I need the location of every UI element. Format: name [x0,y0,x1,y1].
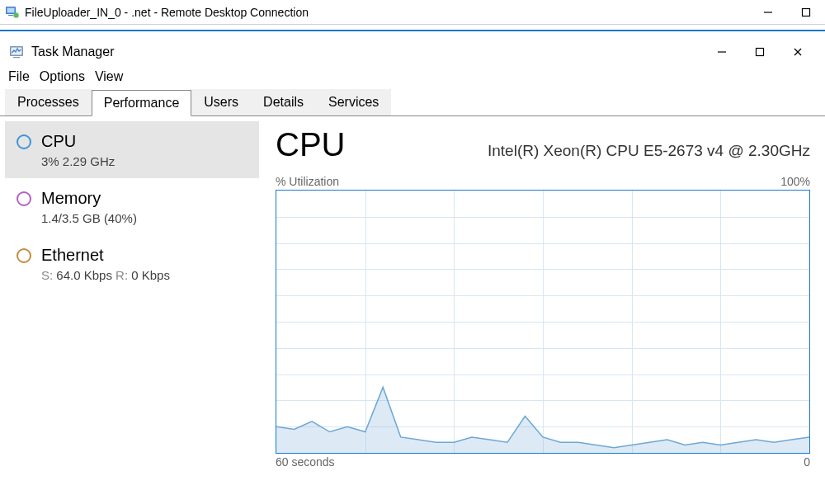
eth-r-label: R: [116,268,128,282]
sidebar-cpu-sub: 3% 2.29 GHz [41,154,115,168]
sidebar-item-ethernet[interactable]: Ethernet S: 64.0 Kbps R: 0 Kbps [5,235,259,292]
svg-rect-5 [803,8,810,16]
tab-processes[interactable]: Processes [5,89,92,115]
tm-close-button[interactable] [779,41,817,63]
sidebar-ethernet-label: Ethernet [41,245,170,265]
menu-file[interactable]: File [7,69,31,84]
sidebar-cpu-label: CPU [41,131,115,151]
rdc-minimize-button[interactable] [749,0,787,25]
menubar: File Options View [0,66,825,89]
tab-services[interactable]: Services [316,89,391,115]
sidebar-ethernet-sub: S: 64.0 Kbps R: 0 Kbps [41,268,170,282]
eth-r-val: 0 Kbps [131,268,170,282]
chart-top-labels: % Utilization 100% [276,175,810,188]
sidebar-memory-label: Memory [41,188,137,208]
cpu-utilization-chart [276,190,810,454]
task-manager-icon [8,44,25,60]
tm-title: Task Manager [31,45,703,59]
eth-s-val: 64.0 Kbps [56,268,112,282]
sidebar-item-cpu[interactable]: CPU 3% 2.29 GHz [5,121,259,178]
accent-divider [0,25,825,31]
rdc-title: FileUploader_IN_0 - .net - Remote Deskto… [25,6,749,19]
svg-point-3 [13,12,18,17]
svg-rect-8 [13,57,20,58]
sidebar-memory-sub: 1.4/3.5 GB (40%) [41,211,137,225]
menu-options[interactable]: Options [38,69,87,84]
tab-performance[interactable]: Performance [92,90,192,116]
performance-sidebar: CPU 3% 2.29 GHz Memory 1.4/3.5 GB (40%) … [0,116,264,492]
svg-rect-10 [757,49,764,56]
performance-main: CPU Intel(R) Xeon(R) CPU E5-2673 v4 @ 2.… [264,116,825,492]
tm-titlebar: Task Manager [0,38,825,66]
svg-rect-2 [8,15,13,16]
menu-view[interactable]: View [93,69,125,84]
y-axis-label: % Utilization [276,175,339,188]
tm-minimize-button[interactable] [703,41,741,63]
x-axis-right: 0 [804,455,810,469]
memory-ring-icon [16,191,31,206]
rdc-icon [5,5,20,20]
y-axis-max: 100% [780,175,810,188]
cpu-ring-icon [16,134,31,149]
tm-maximize-button[interactable] [741,41,779,63]
svg-rect-1 [7,7,15,12]
tab-details[interactable]: Details [251,89,316,115]
eth-s-label: S: [41,268,53,282]
cpu-model-name: Intel(R) Xeon(R) CPU E5-2673 v4 @ 2.30GH… [488,142,810,160]
tabstrip: Processes Performance Users Details Serv… [0,89,825,115]
rdc-maximize-button[interactable] [787,0,825,25]
x-axis-left: 60 seconds [276,455,335,469]
task-manager-window: Task Manager File Options View Processes… [0,35,825,492]
tab-users[interactable]: Users [191,89,251,115]
chart-bottom-labels: 60 seconds 0 [276,455,810,469]
rdc-titlebar: FileUploader_IN_0 - .net - Remote Deskto… [0,0,825,25]
performance-body: CPU 3% 2.29 GHz Memory 1.4/3.5 GB (40%) … [0,116,825,492]
svg-marker-13 [276,388,809,454]
sidebar-item-memory[interactable]: Memory 1.4/3.5 GB (40%) [5,178,259,235]
ethernet-ring-icon [16,248,31,263]
main-heading: CPU [276,126,345,163]
main-header: CPU Intel(R) Xeon(R) CPU E5-2673 v4 @ 2.… [276,126,810,163]
